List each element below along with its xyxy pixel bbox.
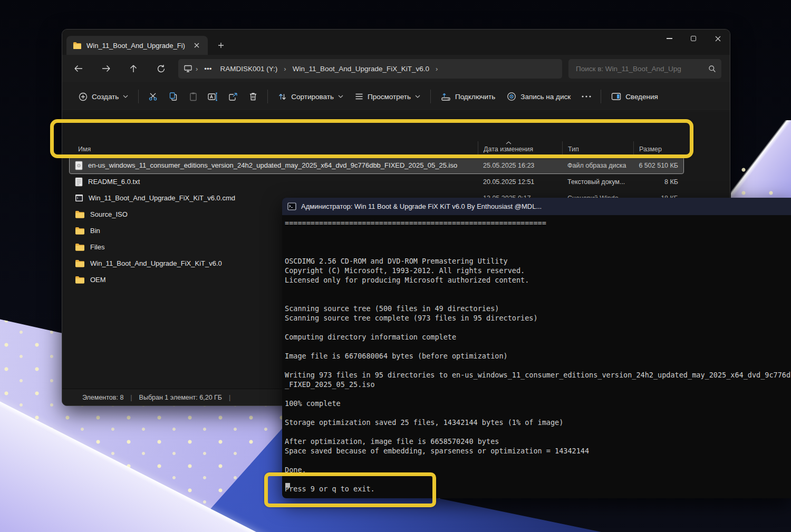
sort-ascending-icon — [506, 141, 512, 144]
more-options-button[interactable] — [576, 87, 596, 106]
mount-label: Подключить — [455, 93, 495, 101]
copy-button[interactable] — [163, 87, 183, 106]
breadcrumb-chevron-icon[interactable]: › — [435, 65, 439, 73]
up-button[interactable] — [124, 60, 142, 78]
column-header-date[interactable]: Дата изменения — [478, 141, 562, 157]
details-pane-button[interactable]: Сведения — [605, 87, 664, 106]
address-bar[interactable]: › ••• RAMDISK001 (Y:) › Win_11_Boot_And_… — [178, 59, 562, 79]
folder-icon — [75, 259, 85, 267]
back-button[interactable] — [70, 60, 88, 78]
close-button[interactable] — [706, 30, 730, 47]
forward-button[interactable] — [97, 60, 115, 78]
column-header-row: Имя Дата изменения Тип Размер — [70, 141, 683, 157]
search-box[interactable] — [568, 59, 721, 79]
breadcrumb-folder[interactable]: Win_11_Boot_And_Upgrade_FiX_KiT_v6.0 — [290, 63, 432, 74]
tab-strip: Win_11_Boot_And_Upgrade_Fi) — [62, 30, 730, 55]
toolbar-separator — [267, 90, 268, 103]
refresh-button[interactable] — [152, 60, 170, 78]
tab-active[interactable]: Win_11_Boot_And_Upgrade_Fi) — [66, 36, 208, 55]
terminal-output: ========================================… — [282, 215, 791, 498]
view-label: Просмотреть — [368, 93, 411, 101]
column-header-name[interactable]: Имя — [70, 141, 478, 157]
console-cursor — [285, 483, 290, 488]
toolbar-separator — [601, 90, 601, 103]
terminal-window: Администратор: Win 11 Boot & Upgrade FiX… — [282, 198, 791, 498]
view-button[interactable]: Просмотреть — [349, 87, 426, 106]
this-pc-icon[interactable] — [184, 64, 192, 73]
breadcrumb-chevron-icon[interactable]: › — [283, 65, 287, 73]
minimize-button[interactable] — [657, 30, 681, 47]
tab-title: Win_11_Boot_And_Upgrade_Fi) — [86, 42, 186, 50]
breadcrumb-chevron-icon[interactable]: › — [195, 65, 199, 73]
toolbar-separator — [138, 90, 139, 103]
breadcrumb-drive[interactable]: RAMDISK001 (Y:) — [217, 63, 281, 74]
cut-button[interactable] — [143, 87, 163, 106]
burn-label: Запись на диск — [520, 93, 571, 101]
folder-icon — [75, 243, 85, 251]
tab-close-icon[interactable] — [191, 40, 202, 51]
chevron-down-icon — [338, 95, 343, 98]
toolbar-separator — [430, 90, 431, 103]
chevron-down-icon — [415, 95, 420, 98]
folder-icon — [73, 42, 82, 49]
sort-label: Сортировать — [291, 93, 334, 101]
rename-button[interactable] — [203, 87, 223, 106]
navigation-row: › ••• RAMDISK001 (Y:) › Win_11_Boot_And_… — [62, 55, 730, 82]
search-input[interactable] — [576, 65, 708, 73]
burn-disc-button[interactable]: Запись на диск — [501, 87, 576, 106]
breadcrumb-ellipsis[interactable]: ••• — [201, 63, 215, 74]
column-header-type[interactable]: Тип — [562, 141, 633, 157]
text-file-icon — [75, 177, 83, 187]
cmd-icon — [287, 202, 296, 210]
delete-button[interactable] — [243, 87, 263, 106]
mount-button[interactable]: Подключить — [435, 87, 501, 106]
items-count: Элементов: 8 — [82, 394, 123, 401]
column-header-size[interactable]: Размер — [633, 141, 683, 157]
create-button[interactable]: Создать — [73, 87, 134, 106]
disc-image-file-icon — [75, 161, 83, 170]
share-button[interactable] — [223, 87, 243, 106]
file-row-readme[interactable]: README_6.0.txt 20.05.2025 12:51 Текстовы… — [70, 173, 683, 190]
file-row-iso[interactable]: en-us_windows_11_consumer_editions_versi… — [70, 157, 683, 173]
create-label: Создать — [92, 93, 119, 101]
new-tab-button[interactable] — [215, 40, 227, 51]
terminal-titlebar[interactable]: Администратор: Win 11 Boot & Upgrade FiX… — [282, 198, 791, 215]
sort-button[interactable]: Сортировать — [272, 87, 349, 106]
details-label: Сведения — [625, 93, 658, 101]
folder-icon — [75, 210, 85, 218]
terminal-title: Администратор: Win 11 Boot & Upgrade FiX… — [301, 202, 542, 210]
folder-icon — [75, 227, 85, 235]
chevron-down-icon — [123, 95, 128, 98]
script-file-icon — [75, 194, 83, 202]
maximize-button[interactable] — [681, 30, 706, 47]
search-icon — [708, 65, 716, 73]
command-toolbar: Создать — [62, 82, 730, 111]
paste-button[interactable] — [183, 87, 203, 106]
selection-summary: Выбран 1 элемент: 6,20 ГБ — [139, 394, 222, 401]
folder-icon — [75, 276, 85, 284]
desktop: Win_11_Boot_And_Upgrade_Fi) — [0, 0, 791, 532]
